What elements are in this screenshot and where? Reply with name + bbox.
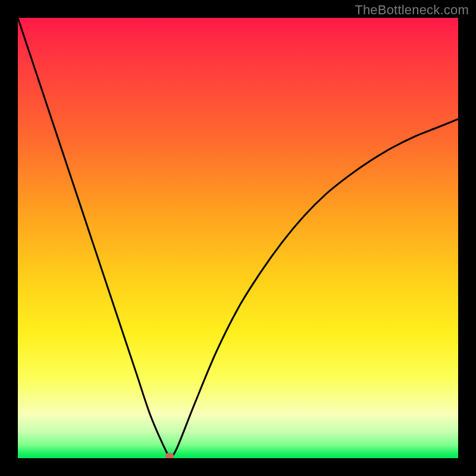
- watermark-text: TheBottleneck.com: [355, 2, 469, 18]
- chart-frame: TheBottleneck.com: [0, 0, 476, 476]
- bottleneck-curve: [18, 18, 458, 458]
- optimal-point-marker: [165, 453, 174, 458]
- plot-area: [18, 18, 458, 458]
